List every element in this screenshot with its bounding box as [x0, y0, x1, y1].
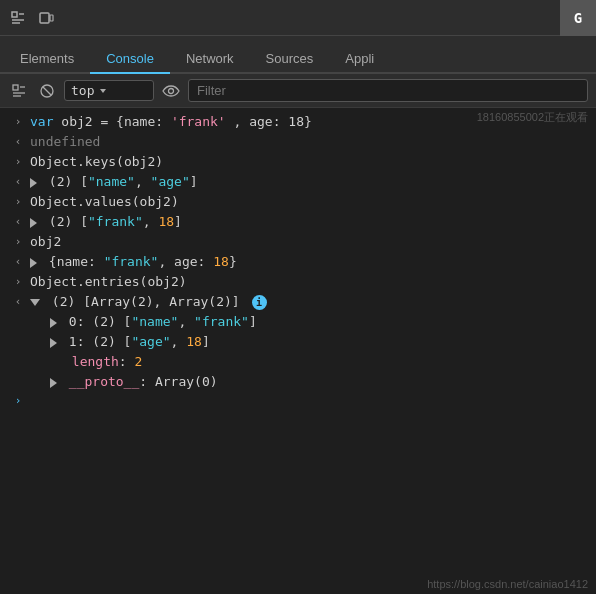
output-arrow-6: ‹	[8, 213, 28, 231]
context-value: top	[71, 83, 94, 98]
svg-line-11	[43, 87, 51, 95]
expand-arrow-6[interactable]	[30, 218, 37, 228]
console-line-9: › Object.entries(obj2)	[0, 272, 596, 292]
output-arrow-4: ‹	[8, 173, 28, 191]
expand-arrow-14[interactable]	[50, 378, 57, 388]
line-content-14: __proto__: Array(0)	[50, 373, 596, 391]
tab-network[interactable]: Network	[170, 45, 250, 74]
run-snippet-icon[interactable]	[8, 80, 30, 102]
console-line-2: ‹ undefined	[0, 132, 596, 152]
output-arrow-8: ‹	[8, 253, 28, 271]
input-arrow-1: ›	[8, 113, 28, 131]
line-content-3: Object.keys(obj2)	[30, 153, 596, 171]
svg-rect-6	[13, 85, 18, 90]
console-line-14[interactable]: __proto__: Array(0)	[0, 372, 596, 392]
line-content-2: undefined	[30, 133, 596, 151]
line-content-5: Object.values(obj2)	[30, 193, 596, 211]
line-content-13: length: 2	[50, 353, 596, 371]
inspect-icon[interactable]	[6, 6, 30, 30]
console-line-8[interactable]: ‹ {name: "frank", age: 18}	[0, 252, 596, 272]
console-line-11[interactable]: 0: (2) ["name", "frank"]	[0, 312, 596, 332]
expand-arrow-12[interactable]	[50, 338, 57, 348]
tab-appli[interactable]: Appli	[329, 45, 390, 74]
bottom-watermark: https://blog.csdn.net/cainiao1412	[427, 578, 588, 590]
console-line-12[interactable]: 1: (2) ["age", 18]	[0, 332, 596, 352]
expand-arrow-8[interactable]	[30, 258, 37, 268]
line-content-8: {name: "frank", age: 18}	[30, 253, 596, 271]
console-line-10[interactable]: ‹ (2) [Array(2), Array(2)] i	[0, 292, 596, 312]
console-line-5: › Object.values(obj2)	[0, 192, 596, 212]
input-arrow-3: ›	[8, 153, 28, 171]
line-content-4: (2) ["name", "age"]	[30, 173, 596, 191]
console-line-4[interactable]: ‹ (2) ["name", "age"]	[0, 172, 596, 192]
svg-rect-5	[50, 15, 53, 21]
line-content-11: 0: (2) ["name", "frank"]	[50, 313, 596, 331]
tab-bar: Elements Console Network Sources Appli	[0, 36, 596, 74]
line-content-10: (2) [Array(2), Array(2)] i	[30, 293, 596, 311]
input-arrow-9: ›	[8, 273, 28, 291]
prompt-icon: ›	[8, 394, 28, 407]
input-arrow-5: ›	[8, 193, 28, 211]
output-arrow-2: ‹	[8, 133, 28, 151]
console-output: 18160855002正在观看 › var obj2 = {name: 'fra…	[0, 108, 596, 594]
svg-point-13	[169, 88, 174, 93]
console-line-1: › var obj2 = {name: 'frank' , age: 18}	[0, 112, 596, 132]
console-input-line: ›	[0, 392, 596, 409]
collapse-arrow-10[interactable]	[30, 299, 40, 306]
filter-input[interactable]	[188, 79, 588, 102]
line-content-9: Object.entries(obj2)	[30, 273, 596, 291]
console-line-6[interactable]: ‹ (2) ["frank", 18]	[0, 212, 596, 232]
console-line-13: length: 2	[0, 352, 596, 372]
device-icon[interactable]	[34, 6, 58, 30]
devtools-topbar: G	[0, 0, 596, 36]
console-line-7: › obj2	[0, 232, 596, 252]
output-arrow-10: ‹	[8, 293, 28, 311]
line-content-6: (2) ["frank", 18]	[30, 213, 596, 231]
svg-marker-12	[100, 89, 106, 93]
expand-arrow-4[interactable]	[30, 178, 37, 188]
console-line-3: › Object.keys(obj2)	[0, 152, 596, 172]
line-content-7: obj2	[30, 233, 596, 251]
line-content-12: 1: (2) ["age", 18]	[50, 333, 596, 351]
svg-rect-4	[40, 13, 49, 23]
extension-icon: G	[560, 0, 596, 36]
context-selector[interactable]: top	[64, 80, 154, 101]
eye-icon[interactable]	[160, 80, 182, 102]
tab-console[interactable]: Console	[90, 45, 170, 74]
console-toolbar: top	[0, 74, 596, 108]
tab-elements[interactable]: Elements	[4, 45, 90, 74]
info-badge: i	[252, 295, 267, 310]
input-arrow-7: ›	[8, 233, 28, 251]
line-content-1: var obj2 = {name: 'frank' , age: 18}	[30, 113, 596, 131]
clear-console-icon[interactable]	[36, 80, 58, 102]
svg-rect-0	[12, 12, 17, 17]
expand-arrow-11[interactable]	[50, 318, 57, 328]
tab-sources[interactable]: Sources	[250, 45, 330, 74]
